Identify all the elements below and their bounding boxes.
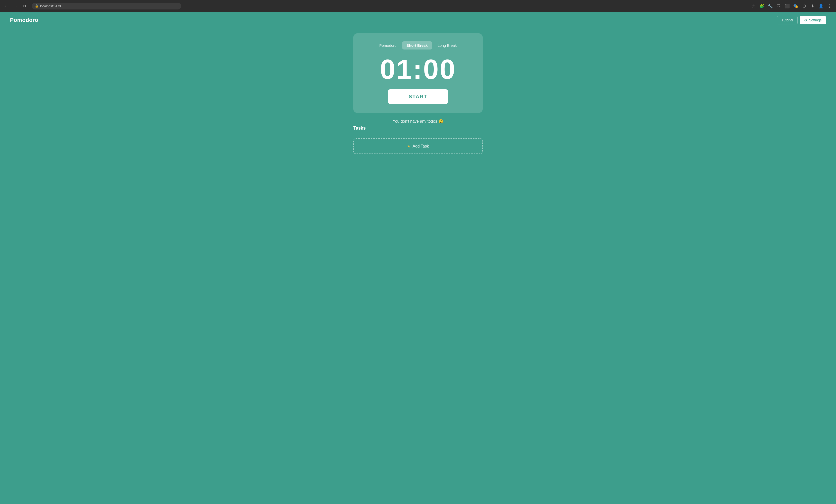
tab-short-break[interactable]: Short Break — [402, 41, 432, 50]
settings-button[interactable]: ⚙ Settings — [800, 16, 826, 24]
star-icon: ★ — [407, 144, 411, 149]
lock-icon: 🔒 — [35, 4, 39, 8]
extension-icon-3[interactable]: 🛡 — [775, 2, 782, 9]
tasks-title: Tasks — [353, 125, 366, 131]
extensions-button[interactable]: ⬡ — [801, 2, 808, 9]
back-button[interactable]: ← — [3, 2, 10, 9]
address-bar[interactable]: 🔒 localhost:5173 — [32, 3, 181, 9]
app: Pomodoro Tutorial ⚙ Settings Pomodoro Sh… — [0, 12, 836, 504]
timer-card: Pomodoro Short Break Long Break 01:00 ST… — [353, 33, 483, 113]
add-task-button[interactable]: ★ Add Task — [353, 138, 483, 154]
app-header: Pomodoro Tutorial ⚙ Settings — [0, 12, 836, 28]
add-task-label: Add Task — [413, 144, 429, 149]
settings-label: Settings — [809, 18, 821, 22]
no-todos-message: You don't have any todos 😮 — [393, 119, 443, 124]
tab-long-break[interactable]: Long Break — [433, 41, 461, 50]
refresh-button[interactable]: ↻ — [21, 2, 28, 9]
app-title: Pomodoro — [10, 17, 38, 23]
download-icon[interactable]: ⬇ — [809, 2, 816, 9]
browser-actions: ☆ 🧩 🔧 🛡 ⬛ 🎭 ⬡ ⬇ 👤 ⋮ — [750, 2, 833, 9]
tutorial-button[interactable]: Tutorial — [777, 16, 798, 24]
start-button[interactable]: START — [388, 89, 448, 104]
timer-display: 01:00 — [380, 56, 456, 83]
mode-tabs: Pomodoro Short Break Long Break — [375, 41, 461, 50]
bookmark-icon[interactable]: ☆ — [750, 2, 757, 9]
header-actions: Tutorial ⚙ Settings — [777, 16, 826, 24]
forward-button[interactable]: → — [12, 2, 19, 9]
tasks-section: Tasks ★ Add Task — [353, 125, 483, 154]
browser-chrome: ← → ↻ 🔒 localhost:5173 ☆ 🧩 🔧 🛡 ⬛ 🎭 ⬡ ⬇ 👤… — [0, 0, 836, 12]
extension-icon-5[interactable]: 🎭 — [792, 2, 799, 9]
tasks-header: Tasks — [353, 125, 483, 134]
profile-icon[interactable]: 👤 — [818, 2, 824, 9]
tab-pomodoro[interactable]: Pomodoro — [375, 41, 401, 50]
menu-icon[interactable]: ⋮ — [826, 2, 833, 9]
main-content: Pomodoro Short Break Long Break 01:00 ST… — [0, 28, 836, 164]
extension-icon-2[interactable]: 🔧 — [767, 2, 774, 9]
settings-icon: ⚙ — [804, 18, 808, 22]
url-display: localhost:5173 — [40, 4, 61, 8]
extension-icon-4[interactable]: ⬛ — [784, 2, 791, 9]
extension-icon-1[interactable]: 🧩 — [758, 2, 765, 9]
